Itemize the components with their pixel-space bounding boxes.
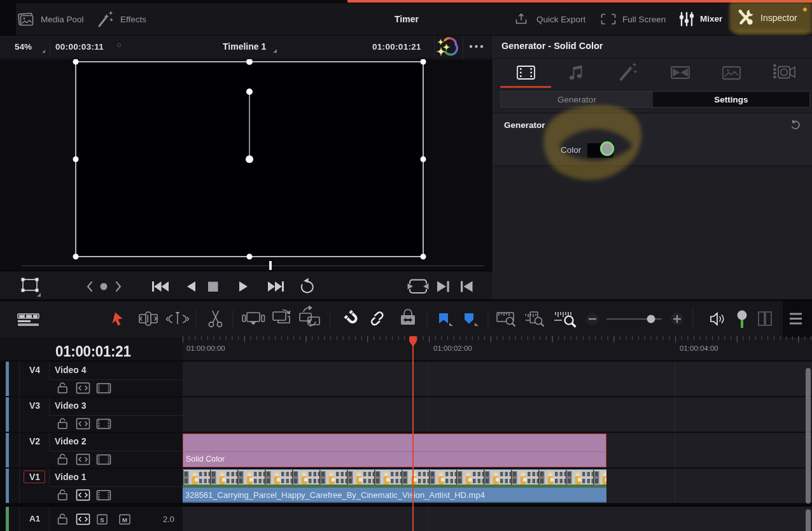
svg-text:Inspector: Inspector: [760, 13, 797, 23]
svg-text:S: S: [100, 516, 104, 523]
svg-text:M: M: [122, 516, 127, 523]
